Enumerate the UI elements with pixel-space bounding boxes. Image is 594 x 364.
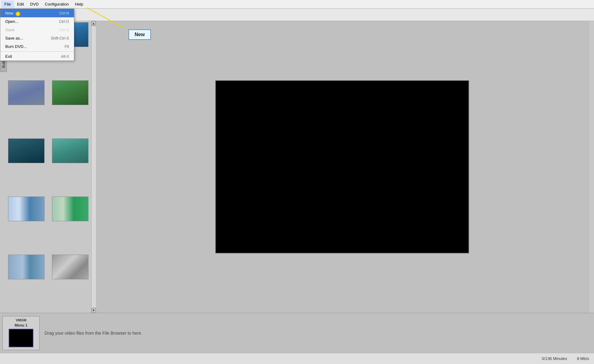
menu-burn-dvd-label: Burn DVD...	[5, 44, 27, 49]
timeline: VMGM Menu 1 Drag your video files from t…	[0, 313, 594, 353]
menu-edit[interactable]: Edit	[14, 1, 27, 8]
tooltip-callout: New	[128, 29, 151, 40]
status-minutes: 0/136 Minutes	[542, 356, 567, 361]
timeline-drag-text: Drag your video files from the File Brow…	[45, 331, 142, 336]
menu-new[interactable]: New Ctrl-N	[0, 9, 74, 17]
thumbnail-7[interactable]	[8, 197, 45, 221]
menu-open[interactable]: Open... Ctrl-O	[0, 17, 74, 26]
callout-arrow	[80, 3, 124, 28]
thumbnail-10[interactable]	[52, 255, 88, 279]
preview-area	[96, 21, 588, 313]
thumbnail-5[interactable]	[8, 138, 45, 163]
thumbnail-9[interactable]	[8, 255, 45, 279]
menu-save[interactable]: Save Ctrl-S	[0, 26, 74, 34]
thumbnail-6[interactable]	[52, 138, 88, 163]
menu-exit-label: Exit	[5, 54, 12, 59]
menu-new-label: New	[5, 11, 13, 15]
indicator-dot	[15, 11, 20, 16]
menu-new-shortcut: Ctrl-N	[59, 11, 69, 15]
side-tabs: Backgrounds Buttons	[0, 21, 7, 313]
tooltip-box: New	[128, 29, 151, 40]
vmgm-top-label: VMGM	[16, 318, 26, 322]
thumbnail-8[interactable]	[52, 197, 88, 221]
tooltip-text: New	[135, 32, 145, 37]
menu-burn-dvd[interactable]: Burn DVD... F9	[0, 42, 74, 51]
left-panel-scrollbar: ▲ ▼	[91, 21, 96, 313]
menu-save-label: Save	[5, 28, 15, 32]
vmgm-menu-label: Menu 1	[15, 323, 27, 328]
scroll-down-arrow[interactable]: ▼	[92, 308, 96, 313]
left-panel: Backgrounds Buttons ▲ ▼	[0, 21, 96, 313]
menu-save-as-label: Save as...	[5, 36, 23, 40]
vmgm-thumbnail	[9, 329, 33, 347]
vmgm-block[interactable]: VMGM Menu 1	[2, 316, 40, 350]
thumbnail-3[interactable]	[8, 80, 45, 105]
scroll-track[interactable]	[92, 26, 96, 308]
thumbnail-4[interactable]	[52, 80, 88, 105]
menu-file[interactable]: File	[1, 1, 14, 8]
menu-save-shortcut: Ctrl-S	[59, 28, 69, 32]
menu-open-shortcut: Ctrl-O	[59, 19, 69, 24]
menu-exit-shortcut: Alt-X	[61, 54, 69, 59]
menu-save-as-shortcut: Shift-Ctrl-S	[51, 36, 69, 40]
status-speed: 8 Mb/s	[577, 356, 589, 361]
file-dropdown-menu: New Ctrl-N Open... Ctrl-O Save Ctrl-S Sa…	[0, 9, 74, 61]
right-panel	[588, 21, 594, 313]
menu-save-as[interactable]: Save as... Shift-Ctrl-S	[0, 34, 74, 42]
thumbnails-grid	[7, 21, 96, 313]
menu-separator	[0, 51, 74, 52]
main-area: Backgrounds Buttons ▲ ▼	[0, 21, 594, 313]
menu-dvd[interactable]: DVD	[27, 1, 41, 8]
statusbar: 0/136 Minutes 8 Mb/s	[0, 353, 594, 364]
menu-burn-dvd-shortcut: F9	[65, 44, 69, 49]
menu-configuration[interactable]: Configuration	[42, 1, 72, 8]
menu-open-label: Open...	[5, 19, 19, 24]
svg-line-0	[87, 8, 124, 28]
preview-canvas	[215, 80, 469, 253]
menu-exit[interactable]: Exit Alt-X	[0, 52, 74, 61]
